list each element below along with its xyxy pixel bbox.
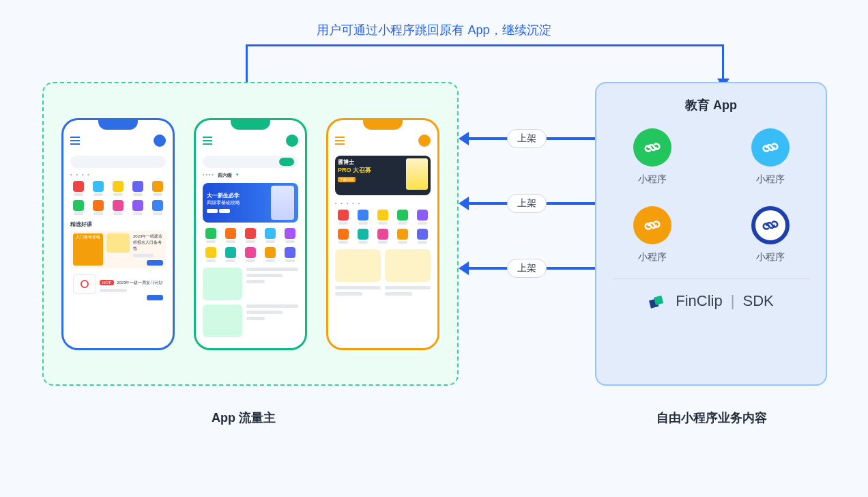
publish-arrow: 上架 <box>459 126 595 151</box>
miniprogram-grid: 小程序小程序小程序小程序 <box>613 128 809 264</box>
app-icon <box>70 200 87 215</box>
miniprogram-label: 小程序 <box>756 173 785 186</box>
sdk-separator: | <box>731 292 735 310</box>
avatar-icon <box>154 134 166 147</box>
miniprogram-icon <box>633 128 671 167</box>
banner-button: 了解详情 <box>338 177 356 182</box>
course-card: HOT 2023年一建一周复习计划 <box>70 272 166 303</box>
content-card <box>335 249 381 282</box>
miniprogram-icon <box>751 128 790 167</box>
connector-line <box>722 44 724 80</box>
phone-notch <box>98 119 138 130</box>
content-card <box>203 268 242 300</box>
logo-icon <box>73 274 96 294</box>
app-icon <box>203 228 220 243</box>
card-row <box>203 304 298 337</box>
miniprogram-label: 小程序 <box>638 173 667 186</box>
app-icon-grid <box>70 181 166 215</box>
miniprogram-label: 小程序 <box>638 251 667 264</box>
phone-mock-orange: 雁博士 PRO 大召募 了解详情 ••••• <box>326 118 439 350</box>
connector-line <box>246 44 723 46</box>
search-bar <box>70 156 166 168</box>
miniprogram-item: 小程序 <box>613 206 691 264</box>
promo-banner: 雁博士 PRO 大召募 了解详情 <box>335 156 431 195</box>
app-icon <box>203 247 220 262</box>
arrow-left-icon <box>459 261 469 275</box>
thumbnail <box>106 233 130 253</box>
banner-t1: 雁博士 <box>338 158 406 166</box>
cta-button <box>147 295 163 300</box>
app-icon <box>355 229 372 244</box>
app-icon <box>414 229 431 244</box>
finclip-logo-icon <box>648 292 667 311</box>
publish-arrow: 上架 <box>459 256 595 281</box>
person-photo <box>271 186 294 220</box>
arrow-left-icon <box>459 132 469 145</box>
sdk-row: FinClip | SDK <box>613 292 809 311</box>
app-icon <box>375 229 392 244</box>
card-title: 2023年一建一周复习计划 <box>117 281 162 285</box>
card-row <box>203 268 298 300</box>
badge: 入门备考攻略 <box>73 233 103 266</box>
app-icon <box>90 200 107 215</box>
app-icon <box>394 229 411 244</box>
app-icon <box>394 210 411 225</box>
miniprogram-item: 小程序 <box>613 128 691 186</box>
app-icon <box>129 181 146 196</box>
banner-l1: 大一新生必学 <box>207 192 240 199</box>
card-title: 2023年一级建造师报名入口备考指 <box>133 233 163 252</box>
app-icon <box>261 228 278 243</box>
app-icon-grid <box>335 210 431 244</box>
arrow-label: 上架 <box>507 259 547 278</box>
miniprogram-icon <box>751 206 790 244</box>
app-icon <box>149 200 166 215</box>
avatar-icon <box>418 134 431 147</box>
sdk-brand: FinClip <box>676 292 722 310</box>
app-icon <box>242 247 259 262</box>
app-icon <box>355 210 372 225</box>
app-icon <box>129 200 146 215</box>
app-icon <box>335 229 352 244</box>
card-row <box>335 249 431 282</box>
phone-mock-blue: •••• 精选好课 入门备考攻略 2023年一级建造师报名入口备考指 HOT 2… <box>61 118 175 350</box>
app-icon <box>110 200 127 215</box>
app-icon <box>222 228 240 243</box>
menu-icon <box>70 137 80 145</box>
top-caption: 用户可通过小程序跳回原有 App，继续沉淀 <box>317 22 551 38</box>
tabs: • • • • 四六级 ▾ <box>203 172 298 179</box>
phone-notch <box>363 119 403 130</box>
app-icon <box>281 228 298 243</box>
divider <box>613 279 809 279</box>
app-icon <box>414 210 431 225</box>
arrow-label: 上架 <box>507 129 547 148</box>
content-card <box>385 249 431 282</box>
app-icon <box>281 247 298 262</box>
person-photo <box>406 158 428 190</box>
app-icon <box>70 181 87 196</box>
arrow-label: 上架 <box>507 194 547 213</box>
right-panel-caption: 自由小程序业务内容 <box>656 410 767 426</box>
tab-active: 四六级 <box>218 172 232 179</box>
app-icon <box>335 210 352 225</box>
publish-arrow: 上架 <box>459 191 595 216</box>
app-icon <box>222 247 240 262</box>
menu-icon <box>203 137 212 145</box>
avatar-icon <box>286 134 298 147</box>
phone-mock-green: • • • • 四六级 ▾ 大一新生必学 四级零基础攻略 <box>194 118 307 350</box>
left-panel-caption: App 流量主 <box>212 410 276 426</box>
app-icon <box>261 247 278 262</box>
app-icon <box>149 181 166 196</box>
section-title: 精选好课 <box>70 221 166 228</box>
course-card: 入门备考攻略 2023年一级建造师报名入口备考指 <box>70 231 166 268</box>
app-icon <box>90 181 107 196</box>
banner-l2: 四级零基础攻略 <box>207 199 240 206</box>
arrow-left-icon <box>459 197 469 210</box>
app-icon <box>242 228 259 243</box>
search-bar <box>203 156 298 168</box>
miniprogram-item: 小程序 <box>731 206 809 264</box>
app-icon <box>375 210 392 225</box>
miniprogram-item: 小程序 <box>731 128 809 186</box>
miniprogram-icon <box>633 206 671 244</box>
phone-notch <box>231 119 270 130</box>
menu-icon <box>335 137 345 145</box>
